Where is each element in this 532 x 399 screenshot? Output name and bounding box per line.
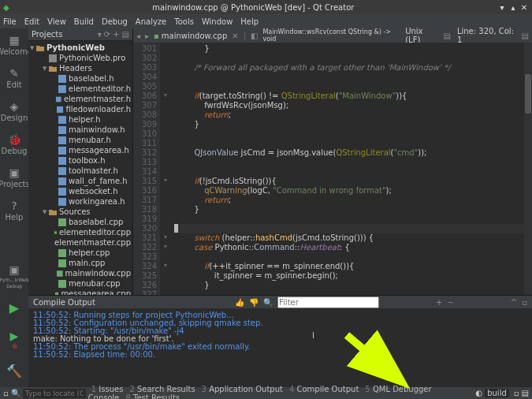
tree-item[interactable]: baselabel.h [28,73,132,84]
tree-item[interactable]: elementmaster.h [28,94,132,104]
split-icon[interactable]: ▤ [522,32,529,40]
split-icon[interactable]: ▤ [122,30,129,39]
code-content[interactable]: } /* Forward all packaged with a target … [171,43,532,295]
tree-item[interactable]: ▼Headers [28,63,132,73]
menu-help[interactable]: Help [240,17,259,26]
locator-icon[interactable]: ▫ [3,389,9,397]
menu-build[interactable]: Build [74,17,94,26]
output-tab-test-results[interactable]: 8 Test Results [122,393,183,400]
nav-fwd-icon[interactable]: ▸ [145,32,149,40]
search-icon[interactable]: 🔍 [263,298,273,307]
svg-rect-14 [58,218,66,226]
run-button[interactable]: ▶ [2,294,26,321]
menu-view[interactable]: View [47,17,66,26]
tree-item[interactable]: helper.h [28,114,132,125]
tree-item[interactable]: menubar.cpp [28,278,132,289]
close-icon[interactable]: ✕ [519,2,529,12]
filter-icon[interactable]: ▾ [98,30,102,39]
tree-item[interactable]: baselabel.cpp [28,217,132,227]
tree-item[interactable]: PythonicWeb.pro [28,53,132,63]
mode-welcome[interactable]: ▦Welcome [2,32,26,58]
svg-rect-10 [58,167,66,175]
tree-item[interactable]: messagearea.h [28,145,132,155]
projects-panel: Projects ▾ ⟳ + ▤ ▼PythonicWebPythonicWeb… [28,28,133,295]
line-gutter[interactable]: 3013023033043053063073083093103113123133… [133,43,160,295]
zoom-in-icon[interactable]: + [436,298,442,307]
kit-selector[interactable]: ▣Pyth...icWebDebug [2,263,26,289]
menu-analyze[interactable]: Analyze [136,17,166,26]
toggle-right-icon[interactable]: ▫ [514,389,519,397]
filter-input[interactable] [277,296,379,308]
tree-item[interactable]: main.cpp [28,258,132,268]
output-tab-compile-output[interactable]: 4 Compile Output [286,385,362,393]
thumbs-down-icon[interactable]: 👎 [249,298,259,307]
menu-debug[interactable]: Debug [102,17,128,26]
mode-help[interactable]: ?Help [2,197,26,224]
output-tab-application-output[interactable]: 3 Application Output [199,385,286,393]
thumbs-up-icon[interactable]: 👍 [235,298,244,307]
mode-edit[interactable]: ✎Edit [2,65,26,91]
output-panel: Compile Output 👍 👎 🔍 + − ^ ▫ I 11:50:52:… [28,295,532,387]
locator-input[interactable] [23,389,86,398]
mode-projects[interactable]: ▣Projects [2,164,26,191]
svg-rect-8 [58,147,66,155]
svg-rect-3 [56,96,61,102]
kit-bar: ▣Pyth...icWebDebug▶▶🐞🔨 [0,259,28,387]
fold-column[interactable]: ▾▾▾▾▾ [160,43,171,295]
tree-item[interactable]: websocket.h [28,186,132,196]
mode-design[interactable]: ◈Design [2,98,26,125]
tree-item[interactable]: menubar.h [28,135,132,145]
svg-rect-0 [49,54,57,62]
symbol-selector[interactable]: MainWindow::wsRcv(const QString &) -> vo… [262,28,396,43]
svg-rect-4 [57,106,63,112]
menu-window[interactable]: Window [202,17,233,26]
tree-item[interactable]: filedownloader.h [28,104,132,114]
output-tab-issues[interactable]: 1 Issues [88,385,127,393]
panel-close-icon[interactable]: ▫ [522,298,527,307]
position-label[interactable]: Line: 320, Col: 1 [457,27,515,44]
tree-item[interactable]: elementeditor.h [28,84,132,94]
maximize-icon[interactable]: ▴ [508,2,518,12]
tree-item[interactable]: workingarea.h [28,196,132,207]
debug-button[interactable]: ▶🐞 [2,326,26,352]
tree-item[interactable]: elementmaster.cpp [28,237,132,248]
menu-tools[interactable]: Tools [174,17,194,26]
search-icon[interactable]: 🔍 [11,389,20,397]
options-icon[interactable]: ▤ [443,32,450,40]
svg-rect-15 [54,231,57,233]
output-tab-search-results[interactable]: 2 Search Results [126,385,198,393]
build-button[interactable]: 🔨 [2,357,26,384]
tree-item[interactable]: mainwindow.h [28,125,132,135]
tree-item[interactable]: messagearea.cpp [28,289,132,295]
tree-item[interactable]: ▼PythonicWeb [28,43,132,53]
project-tree[interactable]: ▼PythonicWebPythonicWeb.pro▼Headersbasel… [28,41,132,295]
tree-item[interactable]: toolmaster.h [28,166,132,176]
tree-item[interactable]: wall_of_fame.h [28,176,132,186]
tree-item[interactable]: elementeditor.cpp [28,227,132,237]
tree-item[interactable]: mainwindow.cpp [28,268,132,278]
svg-rect-20 [58,280,66,288]
expand-icon[interactable]: ^ [511,298,517,307]
menu-file[interactable]: File [3,17,17,26]
code-editor[interactable]: 3013023033043053063073083093103113123133… [133,43,532,295]
minimize-icon[interactable]: ▾ [497,2,507,12]
compile-title: Compile Output [33,298,95,307]
progress-icon[interactable]: ◐ [475,389,482,397]
file-tab[interactable]: ▪ mainwindow.cpp [154,32,227,40]
menu-edit[interactable]: Edit [24,17,39,26]
file-close-icon[interactable]: ✕ [232,32,238,40]
app-icon: ◆ [3,3,9,12]
tree-item[interactable]: ▼Sources [28,207,132,217]
toggle-bottom-icon[interactable]: ▤ [522,389,529,397]
vertical-scrollbar[interactable] [524,43,532,295]
mode-debug[interactable]: 🐞Debug [2,131,26,158]
svg-rect-19 [57,270,63,277]
add-icon[interactable]: + [113,30,119,39]
tree-item[interactable]: helper.cpp [28,248,132,258]
tree-item[interactable]: toolbox.h [28,155,132,166]
zoom-out-icon[interactable]: − [447,298,453,307]
sync-icon[interactable]: ⟳ [104,30,110,39]
compile-output[interactable]: I 11:50:52: Running steps for project Py… [28,308,532,387]
nav-back-icon[interactable]: ◂ [136,32,140,40]
encoding-label[interactable]: Unix (LF) [405,27,437,44]
